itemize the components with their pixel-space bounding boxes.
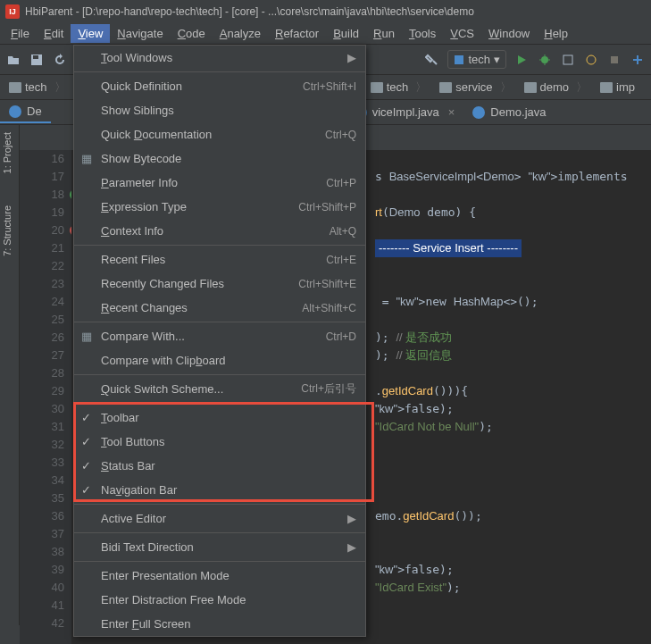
menu-item-show-siblings[interactable]: Show Siblings bbox=[74, 98, 365, 122]
editor-tab[interactable]: De bbox=[0, 101, 51, 123]
folder-icon bbox=[600, 82, 613, 93]
menu-item-label: Compare With... bbox=[101, 330, 326, 343]
line-number: 36 bbox=[20, 507, 64, 525]
shortcut-label: Ctrl+P bbox=[326, 177, 356, 189]
hammer-icon[interactable] bbox=[424, 52, 440, 68]
submenu-arrow-icon: ▶ bbox=[347, 51, 356, 64]
debug-icon[interactable] bbox=[537, 52, 553, 68]
menu-item-recent-changes[interactable]: Recent ChangesAlt+Shift+C bbox=[74, 296, 365, 320]
menu-item-bidi-text-direction[interactable]: Bidi Text Direction▶ bbox=[74, 535, 365, 559]
folder-icon bbox=[9, 82, 21, 93]
breadcrumb-item[interactable]: tech bbox=[4, 78, 71, 97]
menu-item-quick-definition[interactable]: Quick DefinitionCtrl+Shift+I bbox=[74, 74, 365, 98]
line-number: 25 bbox=[20, 311, 64, 329]
line-number: 34 bbox=[20, 472, 64, 489]
menu-vcs[interactable]: VCS bbox=[443, 24, 481, 43]
run-icon[interactable] bbox=[513, 52, 530, 68]
check-icon: ✓ bbox=[81, 459, 91, 473]
menu-view[interactable]: View bbox=[71, 24, 110, 43]
menu-navigate[interactable]: Navigate bbox=[110, 24, 170, 43]
editor-tab[interactable]: Demo.java bbox=[463, 102, 555, 122]
shortcut-label: Ctrl+Q bbox=[325, 129, 356, 141]
line-number: 29 bbox=[20, 382, 64, 400]
menu-item-toolbar[interactable]: ✓Toolbar bbox=[74, 406, 365, 430]
breadcrumb-item[interactable]: demo bbox=[519, 78, 594, 97]
menu-window[interactable]: Window bbox=[481, 24, 537, 43]
menu-item-parameter-info[interactable]: Parameter InfoCtrl+P bbox=[74, 171, 365, 195]
menu-item-label: Enter Full Screen bbox=[101, 617, 356, 631]
shortcut-label: Ctrl+Shift+E bbox=[298, 278, 356, 290]
menu-item-tool-windows[interactable]: Tool Windows▶ bbox=[74, 46, 365, 70]
svg-rect-6 bbox=[611, 56, 618, 63]
menu-item-compare-with-clipboard[interactable]: Compare with Clipboard bbox=[74, 348, 365, 372]
save-icon[interactable] bbox=[29, 52, 45, 68]
menu-item-expression-type[interactable]: Expression TypeCtrl+Shift+P bbox=[74, 195, 365, 219]
menu-separator bbox=[74, 561, 365, 562]
menu-separator bbox=[74, 403, 365, 404]
view-menu-dropdown: Tool Windows▶Quick DefinitionCtrl+Shift+… bbox=[73, 45, 366, 637]
menu-item-show-bytecode[interactable]: ▦Show Bytecode bbox=[74, 146, 365, 171]
line-number: 42 bbox=[20, 615, 64, 632]
menu-run[interactable]: Run bbox=[366, 24, 402, 43]
check-icon: ✓ bbox=[81, 411, 91, 424]
menu-item-tool-buttons[interactable]: ✓Tool Buttons bbox=[74, 430, 365, 454]
menu-refactor[interactable]: Refactor bbox=[268, 24, 326, 43]
coverage-icon[interactable] bbox=[560, 52, 576, 68]
menu-item-label: Navigation Bar bbox=[101, 483, 356, 497]
profiler-icon[interactable] bbox=[583, 52, 599, 68]
refresh-icon[interactable] bbox=[52, 52, 68, 68]
svg-rect-2 bbox=[455, 55, 463, 64]
bytecode-icon: ▦ bbox=[79, 152, 94, 166]
update-icon[interactable] bbox=[630, 52, 646, 68]
menu-item-context-info[interactable]: Context InfoAlt+Q bbox=[74, 219, 365, 243]
menu-edit[interactable]: Edit bbox=[37, 24, 71, 43]
menu-item-recent-files[interactable]: Recent FilesCtrl+E bbox=[74, 247, 365, 272]
line-number: 23 bbox=[20, 275, 64, 293]
menu-build[interactable]: Build bbox=[326, 24, 366, 43]
menu-item-enter-full-screen[interactable]: Enter Full Screen bbox=[74, 612, 365, 636]
menu-item-status-bar[interactable]: ✓Status Bar bbox=[74, 454, 365, 478]
menu-item-label: Compare with Clipboard bbox=[101, 354, 356, 367]
menu-help[interactable]: Help bbox=[537, 24, 575, 43]
menu-item-recently-changed-files[interactable]: Recently Changed FilesCtrl+Shift+E bbox=[74, 272, 365, 296]
breadcrumb-item[interactable]: tech bbox=[365, 78, 433, 97]
menu-item-compare-with[interactable]: ▦Compare With...Ctrl+D bbox=[74, 324, 365, 348]
chevron-down-icon: ▾ bbox=[494, 53, 500, 66]
breadcrumb-item[interactable]: service bbox=[434, 78, 516, 97]
menu-bar: FileEditViewNavigateCodeAnalyzeRefactorB… bbox=[0, 23, 651, 45]
title-bar: IJ HbiParent - [D:\repo-hand\repo-tech\t… bbox=[0, 0, 651, 23]
menu-item-label: Quick Documentation bbox=[101, 128, 325, 141]
folder-icon bbox=[371, 82, 383, 93]
close-tab-icon[interactable]: × bbox=[448, 105, 455, 119]
menu-tools[interactable]: Tools bbox=[402, 24, 443, 43]
submenu-arrow-icon: ▶ bbox=[347, 512, 356, 525]
menu-file[interactable]: File bbox=[4, 24, 37, 43]
menu-separator bbox=[74, 504, 365, 505]
tool-window-bar-left: 1: Project 7: Structure bbox=[0, 125, 20, 625]
menu-item-label: Tool Buttons bbox=[101, 435, 356, 448]
line-number: 17 bbox=[20, 168, 64, 186]
stop-icon[interactable] bbox=[606, 52, 622, 68]
menu-separator bbox=[74, 374, 365, 375]
menu-item-enter-presentation-mode[interactable]: Enter Presentation Mode bbox=[74, 564, 365, 588]
menu-item-enter-distraction-free-mode[interactable]: Enter Distraction Free Mode bbox=[74, 588, 365, 612]
menu-analyze[interactable]: Analyze bbox=[213, 24, 268, 43]
project-tool-window-button[interactable]: 1: Project bbox=[0, 125, 14, 180]
run-config-selector[interactable]: tech ▾ bbox=[447, 50, 506, 69]
menu-item-active-editor[interactable]: Active Editor▶ bbox=[74, 506, 365, 531]
breadcrumb-item[interactable]: imp bbox=[595, 79, 647, 96]
menu-item-label: Tool Windows bbox=[101, 51, 347, 64]
menu-item-label: Recently Changed Files bbox=[101, 277, 298, 290]
menu-item-label: Show Bytecode bbox=[101, 152, 356, 165]
menu-code[interactable]: Code bbox=[171, 24, 213, 43]
menu-item-label: Show Siblings bbox=[101, 104, 356, 117]
menu-item-quick-documentation[interactable]: Quick DocumentationCtrl+Q bbox=[74, 122, 365, 146]
menu-item-navigation-bar[interactable]: ✓Navigation Bar bbox=[74, 478, 365, 502]
submenu-arrow-icon: ▶ bbox=[347, 540, 356, 554]
open-icon[interactable] bbox=[5, 52, 21, 68]
menu-item-label: Enter Presentation Mode bbox=[101, 569, 356, 582]
menu-item-quick-switch-scheme[interactable]: Quick Switch Scheme...Ctrl+后引号 bbox=[74, 377, 365, 401]
menu-separator bbox=[74, 245, 365, 246]
menu-item-label: Active Editor bbox=[101, 512, 347, 525]
structure-tool-window-button[interactable]: 7: Structure bbox=[0, 198, 14, 263]
